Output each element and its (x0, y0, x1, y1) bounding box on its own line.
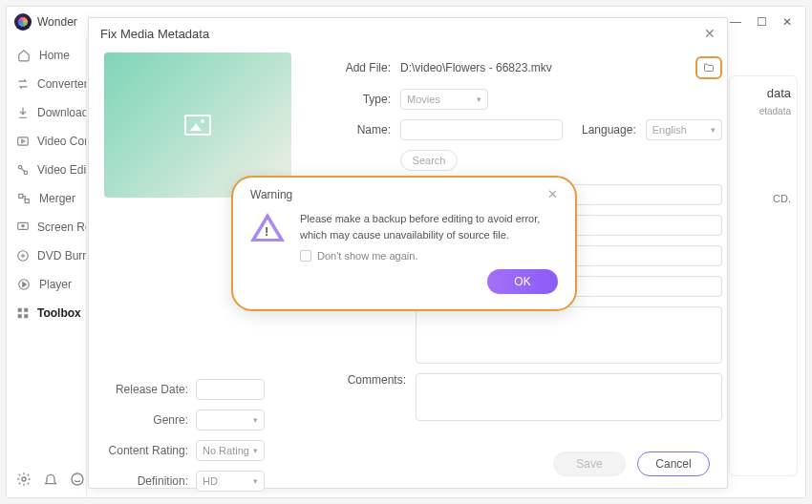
svg-point-7 (22, 225, 24, 227)
image-placeholder-icon (184, 115, 211, 136)
chevron-down-icon: ▾ (253, 446, 258, 455)
add-file-path: D:\video\Flowers - 66823.mkv (400, 61, 552, 74)
browse-folder-button[interactable] (695, 56, 722, 79)
comments-label: Comments: (318, 373, 406, 387)
type-select[interactable]: Movies▾ (400, 89, 488, 110)
dont-show-checkbox[interactable] (300, 250, 311, 262)
svg-rect-13 (24, 308, 28, 312)
language-label: Language: (582, 123, 636, 136)
sidebar-item-player[interactable]: Player (7, 270, 86, 299)
recorder-icon (16, 220, 30, 235)
minimize-button[interactable]: — (730, 15, 741, 29)
sidebar-item-label: Toolbox (37, 306, 81, 320)
sidebar-item-label: Screen Recorder (37, 220, 86, 234)
svg-rect-12 (18, 308, 22, 312)
app-title: Wonder (37, 15, 77, 29)
sidebar-item-label: Player (39, 278, 72, 291)
close-button[interactable]: ✕ (782, 15, 792, 29)
cancel-button[interactable]: Cancel (637, 452, 710, 476)
content-rating-select[interactable]: No Rating▾ (196, 440, 265, 461)
panel-heading: data (736, 86, 791, 100)
svg-point-17 (72, 473, 83, 485)
dvd-icon (16, 248, 30, 263)
converter-icon (16, 76, 30, 92)
sidebar-item-label: Home (39, 49, 70, 62)
comments-input[interactable] (416, 373, 722, 421)
sidebar-item-label: Merger (39, 192, 75, 205)
release-date-label: Release Date: (104, 383, 188, 396)
settings-icon[interactable] (16, 471, 32, 488)
add-file-label: Add File: (318, 61, 391, 74)
sidebar-item-home[interactable]: Home (7, 41, 86, 70)
svg-marker-11 (23, 283, 26, 287)
sidebar-item-recorder[interactable]: Screen Recorder (7, 213, 86, 242)
right-info-panel: data etadata CD. (729, 75, 798, 476)
feedback-icon[interactable] (70, 471, 85, 488)
svg-point-8 (18, 251, 29, 262)
content-rating-label: Content Rating: (104, 444, 188, 457)
chevron-down-icon: ▾ (711, 125, 716, 135)
ok-button[interactable]: OK (487, 269, 558, 294)
panel-line: CD. (736, 193, 791, 204)
sidebar-item-merger[interactable]: Merger (7, 184, 86, 213)
sidebar-item-label: Video Compressor (37, 135, 86, 148)
modal-title: Fix Media Metadata (100, 27, 209, 41)
sidebar-item-dvd[interactable]: DVD Burner (7, 242, 86, 270)
modal-footer: Save Cancel (553, 452, 710, 476)
chevron-down-icon: ▾ (477, 94, 481, 104)
compressor-icon (16, 134, 30, 149)
language-select[interactable]: English▾ (646, 119, 722, 140)
save-button[interactable]: Save (553, 452, 626, 476)
warning-message: Please make a backup before editing to a… (300, 211, 558, 242)
window-controls: — ☐ ✕ (730, 15, 798, 29)
dont-show-label: Don't show me again. (317, 250, 417, 262)
release-date-input[interactable] (196, 379, 265, 400)
editor-icon (16, 162, 30, 178)
svg-rect-0 (18, 137, 29, 145)
sidebar-item-label: Converter (37, 77, 86, 91)
svg-rect-4 (19, 194, 23, 198)
svg-rect-5 (25, 200, 29, 203)
definition-select[interactable]: HD▾ (196, 471, 265, 492)
close-icon[interactable]: ✕ (547, 187, 558, 201)
sidebar-item-compressor[interactable]: Video Compressor (7, 127, 86, 156)
app-logo (14, 13, 32, 31)
home-icon (16, 48, 32, 63)
downloader-icon (16, 105, 30, 120)
warning-title: Warning (250, 188, 292, 201)
panel-sub: etadata (736, 106, 791, 116)
bell-icon[interactable] (43, 471, 58, 488)
search-button[interactable]: Search (400, 150, 458, 171)
toolbox-icon (16, 305, 30, 321)
svg-marker-1 (22, 139, 25, 143)
genre-select[interactable]: ▾ (196, 410, 265, 430)
sidebar-item-label: Video Editor (37, 163, 86, 177)
svg-rect-15 (24, 314, 28, 318)
svg-point-16 (22, 477, 26, 481)
merger-icon (16, 191, 32, 206)
modal-header: Fix Media Metadata ✕ (89, 18, 727, 49)
svg-point-9 (22, 255, 24, 257)
maximize-button[interactable]: ☐ (757, 15, 767, 29)
sidebar-item-toolbox[interactable]: Toolbox (7, 299, 86, 327)
sidebar-item-editor[interactable]: Video Editor (7, 156, 86, 184)
sidebar-item-downloader[interactable]: Downloader (7, 98, 86, 127)
warning-modal: Warning ✕ ! Please make a backup before … (231, 176, 577, 311)
sidebar-item-label: DVD Burner (37, 249, 86, 262)
sidebar-bottom (7, 461, 86, 497)
definition-label: Definition: (104, 474, 188, 488)
svg-rect-14 (18, 314, 22, 318)
player-icon (16, 277, 32, 292)
sidebar-item-label: Downloader (37, 106, 86, 119)
warning-icon: ! (250, 213, 285, 247)
textarea-input[interactable] (416, 306, 722, 364)
name-input[interactable] (400, 119, 563, 140)
genre-label: Genre: (104, 413, 188, 427)
type-label: Type: (318, 93, 391, 106)
name-label: Name: (318, 123, 391, 136)
chevron-down-icon: ▾ (253, 476, 258, 486)
warning-header: Warning ✕ (250, 187, 558, 201)
sidebar-item-converter[interactable]: Converter (7, 70, 86, 98)
sidebar: Home Converter Downloader Video Compress… (7, 37, 87, 497)
close-icon[interactable]: ✕ (704, 26, 716, 41)
